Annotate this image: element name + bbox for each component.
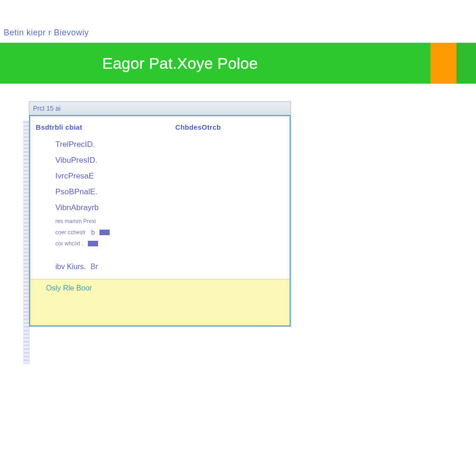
page-subheading: Betin kiepr r Bievowiy <box>4 28 89 38</box>
description-text: Osly Rle Boor <box>46 284 92 292</box>
banner-title: Eagor Pat.Xoye Poloe <box>102 54 258 73</box>
property-value: b <box>91 229 95 236</box>
dialog-caption: PrcI 15 ai <box>33 105 60 112</box>
property-row[interactable]: PsoBPnalE. <box>55 184 290 200</box>
property-row[interactable]: res mamm Prexi <box>55 216 290 227</box>
property-label: coer cchestr <box>55 229 86 236</box>
property-label: PsoBPnalE. <box>55 187 98 197</box>
properties-list: TrelPrecID. VibuPresID. IvrcPresaE PsoBP… <box>30 134 290 279</box>
properties-col-name: Bsdtrbli cbiat <box>36 123 175 131</box>
property-row[interactable]: VibnAbrayrb <box>55 200 290 216</box>
property-row[interactable]: cor whcixt . <box>55 238 290 249</box>
banner-accent-teal <box>456 43 476 84</box>
property-row[interactable]: VibuPresID. <box>55 152 290 168</box>
property-subgroup: res mamm Prexi coer cchestr b cor whcixt… <box>55 216 290 249</box>
property-label: TrelPrecID. <box>55 140 95 149</box>
color-swatch-icon[interactable] <box>88 241 98 246</box>
dialog-client-area: Bsdtrbli cbiat ChbdesOtrcb TrelPrecID. V… <box>29 115 291 326</box>
property-row[interactable]: TrelPrecID. <box>55 137 290 152</box>
color-swatch-icon[interactable] <box>99 230 110 235</box>
properties-col-value: ChbdesOtrcb <box>175 123 221 131</box>
property-row[interactable]: IvrcPresaE <box>55 168 290 184</box>
banner: Eagor Pat.Xoye Poloe <box>0 43 476 84</box>
property-label: IvrcPresaE <box>55 172 94 181</box>
properties-dialog: PrcI 15 ai Bsdtrbli cbiat ChbdesOtrcb Tr… <box>29 101 291 327</box>
property-label: VibuPresID. <box>55 156 97 165</box>
dialog-titlebar[interactable]: PrcI 15 ai <box>29 102 291 115</box>
property-value: Br <box>91 263 98 271</box>
property-label: VibnAbrayrb <box>55 203 99 212</box>
property-label: res mamm Prexi <box>55 218 96 225</box>
description-bar: Osly Rle Boor <box>30 279 290 325</box>
spacer <box>55 249 290 258</box>
properties-header-row: Bsdtrbli cbiat ChbdesOtrcb <box>30 116 290 134</box>
property-label: cor whcixt . <box>55 240 83 247</box>
property-label: ibv Kiurs. <box>55 263 86 271</box>
property-row[interactable]: coer cchestr b <box>55 227 290 238</box>
banner-accent-orange <box>430 43 456 84</box>
property-row[interactable]: ibv Kiurs. Br <box>55 258 290 276</box>
